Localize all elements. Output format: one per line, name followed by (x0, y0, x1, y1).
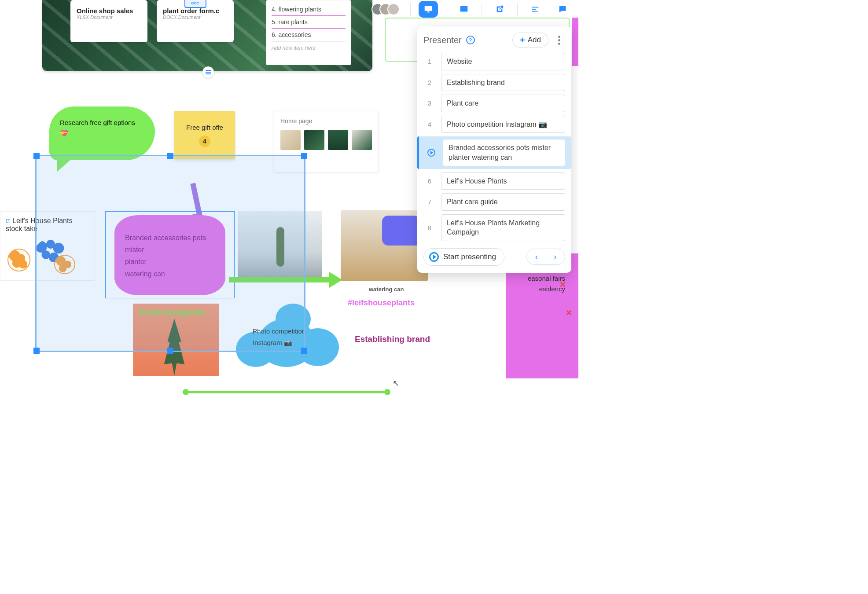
x-icon: ✕ (559, 280, 566, 290)
stock-card[interactable]: ☑Leif's House Plants stock take (0, 211, 95, 281)
note-line: planter (125, 256, 215, 268)
item-index: 1 (423, 53, 436, 70)
sticky-note[interactable]: Free gift offe 4 (174, 111, 235, 159)
presenter-panel[interactable]: Presenter ? + Add 1 Website 2 Establishi… (417, 26, 571, 273)
top-toolbar (371, 1, 572, 18)
item-index: 3 (423, 95, 436, 112)
add-label: Add (528, 36, 541, 44)
thumbnail-row (280, 130, 372, 150)
doc-title: Online shop sales (77, 7, 141, 15)
presenter-item[interactable]: 1 Website (423, 53, 565, 70)
item-index: 4 (423, 116, 436, 133)
start-presenting-button[interactable]: Start presenting (423, 248, 504, 266)
list-card[interactable]: 4. flowering plants 5. rare plants 6. ac… (266, 0, 351, 65)
speech-bubble[interactable]: Research free gift options 💝 (49, 106, 155, 160)
item-label: Leif's House Plants Marketing Campaign (441, 214, 565, 241)
item-label: Plant care (441, 95, 565, 112)
presenter-item[interactable]: 8 Leif's House Plants Marketing Campaign (423, 214, 565, 241)
avatar-stack[interactable] (371, 3, 400, 15)
list-item[interactable]: 6. accessories (272, 29, 346, 41)
divider (410, 3, 411, 16)
present-icon (423, 4, 433, 14)
panel-footer: Start presenting ‹ › (423, 248, 565, 266)
home-page-card[interactable]: Home page (274, 111, 379, 172)
arrow-green[interactable] (229, 274, 342, 286)
cursor-icon: ↖ (393, 378, 399, 388)
menu-icon (206, 72, 211, 73)
doc-card-docx[interactable]: DOC plant order form.c DOCX Document (157, 0, 234, 42)
selected-note[interactable]: Branded accessories pots mister planter … (105, 211, 235, 298)
start-label: Start presenting (443, 253, 496, 261)
note-line: watering can (125, 268, 215, 280)
magenta-note: Branded accessories pots mister planter … (114, 215, 225, 295)
more-button[interactable] (553, 36, 565, 45)
help-icon[interactable]: ? (466, 36, 475, 44)
item-label: Establishing brand (441, 74, 565, 92)
comment-icon (558, 4, 567, 14)
photo-watering-can[interactable] (341, 210, 428, 281)
handle-bl[interactable] (33, 348, 40, 354)
item-index (425, 139, 438, 166)
add-button[interactable]: + Add (512, 33, 548, 48)
presenter-item[interactable]: 2 Establishing brand (423, 74, 565, 92)
image-button[interactable] (454, 1, 474, 18)
note-line: Branded accessories pots (125, 232, 215, 244)
nav-buttons: ‹ › (526, 249, 565, 265)
thumb-image (352, 130, 372, 150)
list-item[interactable]: 4. flowering plants (272, 3, 346, 16)
item-label: Photo competition Instagram 📷 (441, 116, 565, 133)
expand-button[interactable] (202, 66, 214, 78)
item-index: 6 (423, 172, 436, 190)
avatar[interactable] (387, 3, 400, 15)
item-label: Leif's House Plants (441, 172, 565, 190)
list-item[interactable]: 5. rare plants (272, 16, 346, 29)
presenter-item[interactable]: 4 Photo competition Instagram 📷 (423, 116, 565, 133)
next-button[interactable]: › (549, 252, 561, 262)
checkbox-icon: ☑ (6, 218, 11, 224)
align-button[interactable] (526, 1, 545, 18)
x-icon: ✕ (566, 308, 572, 318)
share-button[interactable] (490, 1, 509, 18)
heart-icon: 💝 (60, 129, 68, 137)
panel-header: Presenter ? + Add (423, 33, 565, 48)
comment-button[interactable] (553, 1, 572, 18)
presenter-item[interactable]: 6 Leif's House Plants (423, 172, 565, 190)
cloud-text: Photo competition Instagram 📷 (253, 326, 305, 348)
play-icon (427, 149, 435, 157)
hashtag: #leifshouseplants (138, 308, 205, 317)
handle-tl[interactable] (33, 153, 40, 159)
green-connector[interactable] (185, 391, 388, 393)
present-button[interactable] (419, 1, 438, 18)
handle-tm[interactable] (167, 153, 173, 159)
brand-text: Establishing brand (355, 334, 430, 344)
note-line: mister (125, 244, 215, 256)
share-icon (495, 4, 504, 14)
stock-subtitle: stock take (6, 225, 89, 233)
cloud-shape[interactable]: Photo competition Instagram 📷 (236, 301, 339, 375)
doc-title: plant order form.c (163, 7, 228, 15)
dot-chart (6, 236, 89, 273)
panel-title: Presenter (423, 35, 462, 45)
item-index: 7 (423, 193, 436, 211)
plus-icon: + (520, 36, 525, 44)
add-item-placeholder[interactable]: Add new item here (272, 41, 346, 51)
sticky-count: 4 (199, 136, 210, 147)
item-label: Branded accessories pots mister planter … (443, 139, 565, 166)
item-index: 8 (423, 214, 436, 241)
photo-interior[interactable] (238, 211, 322, 281)
presenter-item[interactable]: 3 Plant care (423, 95, 565, 112)
doc-subtitle: DOCX Document (163, 15, 228, 20)
item-index: 2 (423, 74, 436, 92)
doc-card-xlsx[interactable]: Online shop sales XLSX Document (70, 0, 147, 42)
presenter-item-active[interactable]: Branded accessories pots mister planter … (417, 136, 571, 169)
doc-subtitle: XLSX Document (77, 15, 141, 20)
cloud-line: Photo competition (253, 326, 305, 337)
presenter-item[interactable]: 7 Plant care guide (423, 193, 565, 211)
thumb-image (280, 130, 301, 150)
hashtag: #leifshouseplants (348, 298, 415, 308)
thumb-image (328, 130, 348, 150)
prev-button[interactable]: ‹ (530, 252, 543, 262)
magenta-edge (572, 18, 578, 66)
presenter-list: 1 Website 2 Establishing brand 3 Plant c… (423, 53, 565, 241)
play-circle-icon (429, 252, 439, 262)
